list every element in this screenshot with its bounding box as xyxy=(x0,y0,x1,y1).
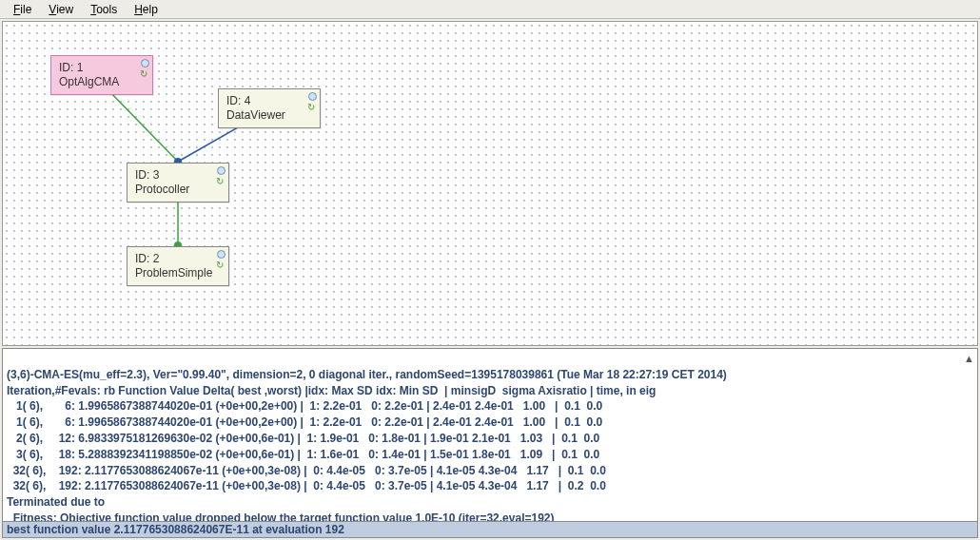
console-line: (3,6)-CMA-ES(mu_eff=2.3), Ver="0.99.40",… xyxy=(7,368,727,381)
console-line: 32( 6), 192: 2.1177653088624067e-11 (+0e… xyxy=(7,464,606,477)
console-line: 2( 6), 12: 6.9833975181269630e-02 (+0e+0… xyxy=(7,432,599,445)
console-line: Iteration,#Fevals: rb Function Value Del… xyxy=(7,384,656,397)
node-id: ID: 2 xyxy=(135,252,221,266)
node-id: ID: 4 xyxy=(226,94,312,108)
menu-tools[interactable]: Tools xyxy=(83,2,125,17)
console-output[interactable]: ▲(3,6)-CMA-ES(mu_eff=2.3), Ver="0.99.40"… xyxy=(3,349,977,521)
node-label: DataViewer xyxy=(226,108,312,123)
node-id: ID: 3 xyxy=(135,168,221,183)
menu-view[interactable]: View xyxy=(41,2,81,17)
node-id: ID: 1 xyxy=(59,61,145,75)
svg-line-0 xyxy=(106,87,178,162)
menu-bar: File View Tools Help xyxy=(0,0,980,19)
port-icon xyxy=(308,92,317,101)
port-icon xyxy=(217,250,225,259)
refresh-icon: ↻ xyxy=(216,260,225,270)
console-line: Terminated due to xyxy=(7,495,105,509)
node-problemsimple[interactable]: ID: 2 ProblemSimple ↻ xyxy=(127,246,229,286)
console-panel: ▲(3,6)-CMA-ES(mu_eff=2.3), Ver="0.99.40"… xyxy=(2,348,978,538)
console-line: 32( 6), 192: 2.1177653088624067e-11 (+0e… xyxy=(7,479,606,492)
workflow-canvas[interactable]: ID: 1 OptAlgCMA ↻ ID: 4 DataViewer ↻ ID:… xyxy=(2,21,978,346)
node-optalgcma[interactable]: ID: 1 OptAlgCMA ↻ xyxy=(50,55,153,95)
node-dataviewer[interactable]: ID: 4 DataViewer ↻ xyxy=(218,88,321,128)
node-protocoller[interactable]: ID: 3 Protocoller ↻ xyxy=(127,163,229,202)
console-line: Fitness: Objective function value droppe… xyxy=(7,511,555,521)
port-icon xyxy=(217,166,225,175)
menu-file[interactable]: File xyxy=(6,2,39,17)
refresh-icon: ↻ xyxy=(307,103,317,112)
port-icon xyxy=(141,59,149,68)
refresh-icon: ↻ xyxy=(140,69,149,79)
scroll-up-icon[interactable]: ▲ xyxy=(964,352,974,366)
refresh-icon: ↻ xyxy=(216,177,225,186)
node-label: Protocoller xyxy=(135,183,221,197)
node-label: OptAlgCMA xyxy=(59,75,145,89)
node-label: ProblemSimple xyxy=(135,266,221,280)
console-line: 3( 6), 18: 5.2888392341198850e-02 (+0e+0… xyxy=(7,448,599,461)
console-status-bar: best function value 2.1177653088624067E-… xyxy=(3,521,977,537)
console-line: 1( 6), 6: 1.9965867388744020e-01 (+0e+00… xyxy=(7,415,602,429)
console-line: 1( 6), 6: 1.9965867388744020e-01 (+0e+00… xyxy=(7,399,602,413)
menu-help[interactable]: Help xyxy=(127,2,166,17)
